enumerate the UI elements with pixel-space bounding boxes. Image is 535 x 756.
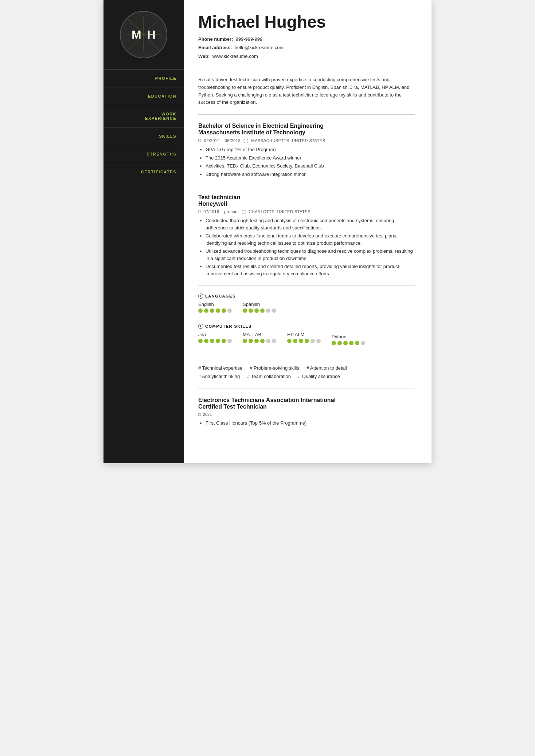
cert-year-line: □ 2021 (198, 412, 415, 417)
dot (204, 308, 208, 313)
skill-english-name: English (198, 302, 232, 307)
email-value: hello@kickresume.com (235, 45, 284, 50)
education-school: Massachusetts Institute of Technology (198, 129, 415, 136)
divider-skills (198, 285, 415, 286)
strength-problem-solving: # Problem-solving skills (250, 365, 299, 371)
dot (260, 308, 265, 313)
skill-spanish: Spanish (243, 302, 276, 313)
skill-python-dots (332, 341, 365, 345)
skills-section: i LANGUAGES English (198, 294, 415, 349)
avatar-initials: M H (121, 12, 167, 58)
strength-quality: # Quality assurance (298, 374, 340, 379)
strengths-grid: # Technical expertise # Problem-solving … (198, 365, 415, 381)
contact-info: Phone number: 999-999-999 Email address:… (198, 36, 415, 60)
languages-label: LANGUAGES (205, 294, 236, 298)
skill-python-name: Python (332, 334, 365, 339)
dot (349, 341, 354, 345)
dot (243, 308, 247, 313)
languages-category: i LANGUAGES English (198, 294, 415, 316)
edu-bullet-4: Strong hardware and software integration… (206, 171, 415, 178)
phone-value: 999-999-999 (236, 36, 263, 42)
skill-english: English (198, 302, 232, 313)
web-value: www.kickresume.com (212, 54, 258, 59)
avatar: M H (120, 11, 167, 58)
dot (216, 308, 220, 313)
skill-matlab-dots (243, 339, 276, 343)
dot (222, 308, 226, 313)
skill-spanish-dots (243, 308, 276, 313)
dot (210, 308, 214, 313)
dot (299, 339, 303, 343)
calendar-icon: □ (198, 138, 201, 143)
job-date: 07/2018 – present (203, 209, 239, 214)
sidebar: M H PROFILE EDUCATION WORK EXPERIENCE (104, 0, 184, 463)
profile-section: Results-driven test technician with prov… (198, 76, 415, 106)
cert-year: 2021 (203, 412, 212, 417)
skill-hpalm-dots (287, 339, 321, 343)
strength-team: # Team collaboration (247, 374, 291, 379)
job-company: Honeywell (198, 201, 415, 207)
sidebar-label-education: EDUCATION (148, 94, 176, 98)
dot (243, 339, 247, 343)
skill-jira-name: Jira (198, 332, 232, 337)
divider-profile (198, 68, 415, 68)
dot (293, 339, 297, 343)
sidebar-section-profile: PROFILE (104, 69, 184, 87)
email-line: Email address: hello@kickresume.com (198, 44, 415, 51)
work-section: Test technician Honeywell □ 07/2018 – pr… (198, 194, 415, 277)
dot (266, 308, 270, 313)
info-icon-computer: i (198, 324, 203, 329)
dot (337, 341, 342, 345)
edu-bullet-3: Activities: TEDx Club, Economics Society… (206, 162, 415, 170)
sidebar-label-profile: PROFILE (155, 76, 176, 80)
sidebar-label-certificates: CERTIFICATES (141, 170, 176, 174)
skill-matlab-name: MATLAB (243, 332, 276, 337)
strength-attention: # Attention to detail (306, 365, 347, 371)
skill-matlab: MATLAB (243, 332, 276, 345)
dot (343, 341, 348, 345)
info-icon-languages: i (198, 294, 203, 299)
dot (204, 339, 208, 343)
education-date: 09/2014 – 06/2018 (204, 138, 241, 143)
skill-hpalm: HP ALM (287, 332, 321, 345)
dot (287, 339, 292, 343)
strengths-section: # Technical expertise # Problem-solving … (198, 365, 415, 381)
sidebar-label-strengths: STRENGTHS (147, 152, 176, 156)
cert-name: Certified Test Technician (198, 403, 415, 410)
dot (254, 339, 259, 343)
job-meta: □ 07/2018 – present ◯ CHARLOTTE, UNITED … (198, 209, 415, 214)
strengths-row-1: # Technical expertise # Problem-solving … (198, 365, 415, 371)
sidebar-section-work: WORK EXPERIENCE (104, 105, 184, 127)
dot (305, 339, 309, 343)
dot (272, 308, 276, 313)
languages-grid: English Spanish (198, 302, 415, 316)
candidate-name: Michael Hughes (198, 13, 415, 31)
cert-bullets: First Class Honours (Top 5% of the Progr… (198, 420, 415, 427)
sidebar-section-certificates: CERTIFICATES (104, 163, 184, 181)
web-line: Web: www.kickresume.com (198, 53, 415, 60)
dot (332, 341, 336, 345)
phone-line: Phone number: 999-999-999 (198, 36, 415, 43)
sidebar-label-work: WORK EXPERIENCE (145, 112, 176, 121)
dot (198, 308, 203, 313)
sidebar-label-skills: SKILLS (159, 134, 176, 138)
sidebar-section-education: EDUCATION (104, 87, 184, 105)
divider-education (198, 114, 415, 115)
location-icon: ◯ (243, 138, 249, 143)
computer-skills-title: i COMPUTER SKILLS (198, 324, 415, 329)
web-label: Web: (198, 54, 210, 59)
dot (216, 339, 220, 343)
dot (227, 339, 232, 343)
cert-calendar-icon: □ (198, 412, 201, 417)
certificates-section: Electronics Technicians Association Inte… (198, 397, 415, 427)
skill-english-dots (198, 308, 232, 313)
education-degree: Bachelor of Science in Electrical Engine… (198, 123, 415, 129)
dot (249, 308, 253, 313)
dot (361, 341, 365, 345)
sidebar-section-strengths: STRENGTHS (104, 145, 184, 163)
cert-bullet-1: First Class Honours (Top 5% of the Progr… (206, 420, 415, 427)
job-location: CHARLOTTE, UNITED STATES (249, 209, 311, 214)
dot (249, 339, 253, 343)
job-title: Test technician (198, 194, 415, 201)
work-bullet-3: Utilized advanced troubleshooting techni… (206, 248, 415, 262)
